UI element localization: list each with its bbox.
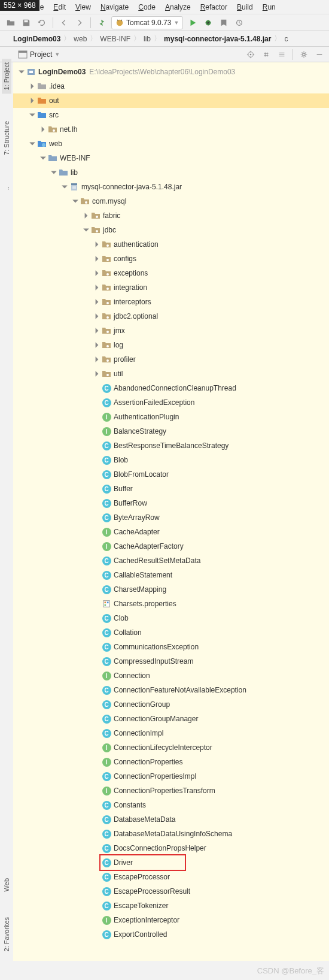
sidebar-tab-structure[interactable]: 7: Structure bbox=[2, 117, 11, 159]
refresh-icon[interactable] bbox=[36, 17, 48, 29]
tree-node[interactable]: CBuffer bbox=[13, 482, 329, 496]
tree-node[interactable]: IConnection bbox=[13, 669, 329, 683]
tree-node[interactable]: CCharsetMapping bbox=[13, 582, 329, 597]
tree-node[interactable]: jdbc bbox=[13, 223, 329, 237]
forward-icon[interactable] bbox=[74, 17, 86, 29]
tree-node[interactable]: CDatabaseMetaDataUsingInfoSchema bbox=[13, 827, 329, 841]
sidebar-tab-favorites[interactable]: 2: Favorites bbox=[2, 914, 11, 955]
tree-node[interactable]: CConnectionImpl bbox=[13, 726, 329, 740]
tree-node[interactable]: web bbox=[13, 137, 329, 151]
build-icon[interactable] bbox=[96, 17, 108, 29]
chevron-right-icon[interactable] bbox=[93, 255, 100, 262]
tree-node[interactable]: LoginDemo03E:\IdeaProjects\Web\chapter06… bbox=[13, 65, 329, 79]
tree-node[interactable]: IConnectionProperties bbox=[13, 755, 329, 769]
chevron-right-icon[interactable] bbox=[39, 126, 47, 133]
chevron-down-icon[interactable] bbox=[83, 226, 90, 234]
chevron-down-icon[interactable] bbox=[29, 140, 36, 147]
tree-node[interactable]: CConnectionGroup bbox=[13, 697, 329, 712]
chevron-right-icon[interactable] bbox=[83, 212, 90, 219]
sidebar-tab-project[interactable]: 1: Project bbox=[2, 59, 11, 93]
tree-node[interactable]: CByteArrayRow bbox=[13, 510, 329, 525]
tree-node[interactable]: jmx bbox=[13, 323, 329, 338]
tree-node[interactable]: CConnectionPropertiesImpl bbox=[13, 769, 329, 784]
menu-run[interactable]: Run bbox=[259, 2, 279, 13]
breadcrumb-item[interactable]: LoginDemo03 bbox=[13, 35, 60, 43]
tree-node[interactable]: CDocsConnectionPropsHelper bbox=[13, 841, 329, 855]
menu-build[interactable]: Build bbox=[233, 2, 257, 13]
run-config-selector[interactable]: Tomcat 9.0.73 ▼ bbox=[111, 16, 183, 29]
tree-node[interactable]: CCallableStatement bbox=[13, 568, 329, 582]
tree-node[interactable]: CConnectionFeatureNotAvailableException bbox=[13, 683, 329, 697]
tree-node[interactable]: Charsets.properties bbox=[13, 597, 329, 611]
tree-node[interactable]: CBlobFromLocator bbox=[13, 467, 329, 482]
hide-icon[interactable] bbox=[313, 49, 325, 61]
project-tree[interactable]: LoginDemo03E:\IdeaProjects\Web\chapter06… bbox=[13, 62, 329, 961]
tree-node[interactable]: net.lh bbox=[13, 122, 329, 137]
tree-node[interactable]: log bbox=[13, 338, 329, 352]
chevron-down-icon[interactable] bbox=[50, 169, 57, 176]
menu-view[interactable]: View bbox=[72, 2, 95, 13]
tree-node[interactable]: authentication bbox=[13, 237, 329, 252]
tree-node[interactable]: CCommunicationsException bbox=[13, 640, 329, 654]
tree-node[interactable]: jdbc2.optional bbox=[13, 309, 329, 323]
tree-node[interactable]: out bbox=[13, 93, 329, 108]
tree-node[interactable]: CDriver bbox=[13, 855, 329, 870]
tree-node[interactable]: exceptions bbox=[13, 266, 329, 280]
breadcrumb-item[interactable]: c bbox=[284, 35, 288, 43]
target-icon[interactable] bbox=[245, 49, 257, 61]
chevron-right-icon[interactable] bbox=[93, 370, 100, 377]
chevron-right-icon[interactable] bbox=[93, 241, 100, 248]
save-icon[interactable] bbox=[20, 17, 32, 29]
tree-node[interactable]: .idea bbox=[13, 79, 329, 93]
tree-node[interactable]: IConnectionPropertiesTransform bbox=[13, 784, 329, 798]
chevron-right-icon[interactable] bbox=[93, 270, 100, 277]
tree-node[interactable]: configs bbox=[13, 252, 329, 266]
chevron-down-icon[interactable] bbox=[61, 183, 68, 190]
tree-node[interactable]: ICacheAdapterFactory bbox=[13, 539, 329, 553]
run-icon[interactable] bbox=[187, 17, 199, 29]
tree-node[interactable]: integration bbox=[13, 280, 329, 295]
tree-node[interactable]: lib bbox=[13, 165, 329, 180]
debug-icon[interactable] bbox=[202, 17, 214, 29]
tree-node[interactable]: profiler bbox=[13, 352, 329, 367]
menu-code[interactable]: Code bbox=[135, 2, 159, 13]
tree-node[interactable]: CConnectionGroupManager bbox=[13, 712, 329, 726]
breadcrumb-item[interactable]: WEB-INF bbox=[100, 35, 130, 43]
chevron-right-icon[interactable] bbox=[93, 341, 100, 349]
tree-node[interactable]: CAssertionFailedException bbox=[13, 395, 329, 410]
tree-node[interactable]: util bbox=[13, 367, 329, 381]
tree-node[interactable]: CEscapeProcessorResult bbox=[13, 884, 329, 899]
tree-node[interactable]: fabric bbox=[13, 208, 329, 223]
chevron-right-icon[interactable] bbox=[93, 284, 100, 291]
coverage-icon[interactable] bbox=[218, 17, 230, 29]
tree-node[interactable]: interceptors bbox=[13, 295, 329, 309]
tree-node[interactable]: IConnectionLifecycleInterceptor bbox=[13, 740, 329, 755]
tree-node[interactable]: com.mysql bbox=[13, 194, 329, 208]
back-icon[interactable] bbox=[58, 17, 70, 29]
tree-node[interactable]: IBalanceStrategy bbox=[13, 424, 329, 438]
tree-node[interactable]: CDatabaseMetaData bbox=[13, 812, 329, 827]
chevron-down-icon[interactable] bbox=[72, 198, 79, 205]
tree-node[interactable]: CCompressedInputStream bbox=[13, 654, 329, 669]
tree-node[interactable]: CBlob bbox=[13, 453, 329, 467]
chevron-right-icon[interactable] bbox=[93, 298, 100, 306]
chevron-right-icon[interactable] bbox=[93, 356, 100, 363]
chevron-down-icon[interactable]: ▼ bbox=[54, 52, 60, 58]
project-label[interactable]: Project bbox=[30, 50, 52, 59]
tree-node[interactable]: IAuthenticationPlugin bbox=[13, 410, 329, 424]
chevron-down-icon[interactable] bbox=[39, 155, 47, 162]
sidebar-tab-marker[interactable]: .. bbox=[2, 183, 11, 193]
tree-node[interactable]: IExceptionInterceptor bbox=[13, 913, 329, 927]
breadcrumb-item[interactable]: lib bbox=[144, 35, 151, 43]
tree-node[interactable]: CEscapeTokenizer bbox=[13, 899, 329, 913]
chevron-right-icon[interactable] bbox=[29, 97, 36, 104]
menu-navigate[interactable]: Navigate bbox=[97, 2, 132, 13]
tree-node[interactable]: CBestResponseTimeBalanceStrategy bbox=[13, 438, 329, 453]
sidebar-tab-web[interactable]: Web bbox=[2, 875, 11, 895]
breadcrumb-item[interactable]: web bbox=[74, 35, 87, 43]
tree-node[interactable]: CAbandonedConnectionCleanupThread bbox=[13, 381, 329, 395]
tree-node[interactable]: CBufferRow bbox=[13, 496, 329, 510]
gear-icon[interactable] bbox=[298, 49, 310, 61]
chevron-right-icon[interactable] bbox=[93, 313, 100, 320]
chevron-down-icon[interactable] bbox=[18, 68, 25, 75]
